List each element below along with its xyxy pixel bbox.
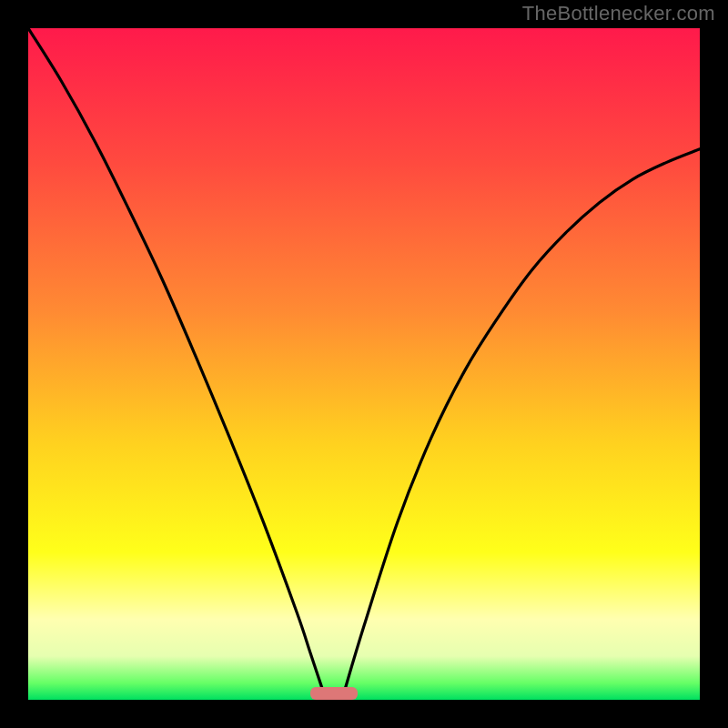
plot-area (28, 28, 700, 700)
chart-frame: TheBottlenecker.com (0, 0, 728, 728)
curve-right-curve (344, 149, 700, 693)
curve-left-curve (28, 28, 324, 693)
bottleneck-curves (28, 28, 700, 700)
watermark-text: TheBottlenecker.com (522, 2, 715, 25)
optimal-point-marker (310, 687, 358, 700)
